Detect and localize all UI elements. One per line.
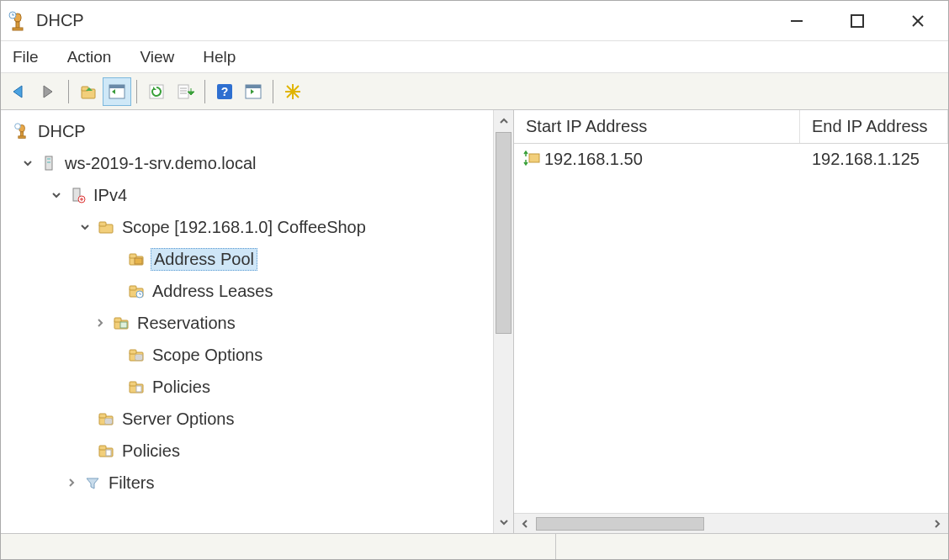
folder-icon — [97, 218, 115, 236]
list-pane: Start IP Address End IP Address — [514, 110, 948, 533]
tree-server-policies[interactable]: Policies — [6, 435, 493, 467]
tree-address-leases[interactable]: Address Leases — [6, 275, 493, 307]
chevron-right-icon[interactable] — [63, 474, 80, 491]
address-pool-icon — [127, 250, 146, 268]
tree-server[interactable]: ws-2019-1-srv.demo.local — [6, 147, 493, 179]
svg-rect-37 — [130, 254, 136, 258]
tree-vertical-scrollbar[interactable] — [493, 110, 513, 533]
server-icon — [40, 154, 58, 172]
window-title: DHCP — [36, 11, 766, 30]
svg-rect-51 — [130, 382, 136, 386]
tree-ipv4-label: IPv4 — [92, 184, 129, 207]
svg-rect-52 — [136, 386, 141, 392]
cell-end-ip-value: 192.168.1.125 — [812, 150, 920, 168]
menu-file[interactable]: File — [9, 45, 42, 70]
chevron-right-icon[interactable] — [92, 314, 109, 331]
tree-server-policies-label: Policies — [120, 440, 182, 462]
maximize-button[interactable] — [827, 1, 888, 41]
toolbar-separator — [273, 80, 273, 103]
tree[interactable]: DHCP ws-2019-1-srv.demo.local — [1, 110, 493, 533]
cell-start-ip-value: 192.168.1.50 — [544, 150, 643, 169]
content-area: DHCP ws-2019-1-srv.demo.local — [1, 110, 948, 534]
toolbar: ? — [1, 73, 948, 110]
svg-rect-13 — [178, 85, 188, 98]
spacer — [107, 283, 124, 299]
tree-scope-options[interactable]: Scope Options — [6, 339, 493, 371]
scope-options-icon — [127, 346, 146, 364]
svg-rect-54 — [99, 414, 106, 418]
svg-rect-47 — [135, 355, 142, 360]
svg-rect-31 — [47, 161, 50, 163]
svg-rect-46 — [130, 350, 136, 354]
scrollbar-thumb[interactable] — [536, 517, 704, 531]
svg-rect-59 — [99, 446, 106, 450]
ipv4-icon — [68, 186, 87, 204]
svg-rect-44 — [120, 322, 127, 328]
close-button[interactable] — [888, 1, 948, 41]
menu-help[interactable]: Help — [199, 45, 239, 70]
tree-root-dhcp[interactable]: DHCP — [6, 115, 493, 147]
tree-root-label: DHCP — [36, 120, 87, 143]
chevron-down-icon[interactable] — [48, 187, 65, 203]
tree-reservations[interactable]: Reservations — [6, 307, 493, 339]
titlebar: DHCP — [1, 1, 948, 41]
statusbar — [1, 534, 948, 559]
svg-rect-20 — [246, 85, 261, 88]
scrollbar-thumb[interactable] — [496, 132, 512, 334]
show-hide-action-pane-button[interactable] — [239, 77, 268, 106]
svg-rect-40 — [130, 286, 136, 290]
policies-icon — [97, 441, 115, 460]
menu-action[interactable]: Action — [64, 45, 115, 70]
column-end-ip[interactable]: End IP Address — [800, 110, 948, 143]
reservations-icon — [112, 314, 130, 332]
svg-rect-35 — [99, 222, 106, 226]
column-start-ip[interactable]: Start IP Address — [514, 110, 800, 143]
tree-scope-options-label: Scope Options — [151, 344, 264, 367]
spacer — [107, 346, 124, 363]
list-horizontal-scrollbar[interactable] — [514, 513, 948, 533]
list-row[interactable]: 192.168.1.50 192.168.1.125 — [514, 144, 948, 174]
scroll-left-icon[interactable] — [514, 519, 536, 529]
tree-ipv4[interactable]: IPv4 — [6, 179, 493, 211]
menubar: File Action View Help — [1, 41, 948, 73]
toolbar-separator — [68, 80, 69, 103]
show-hide-tree-button[interactable] — [103, 77, 131, 106]
tree-server-options[interactable]: Server Options — [6, 403, 493, 435]
tree-scope-policies[interactable]: Policies — [6, 371, 493, 403]
tree-scope-policies-label: Policies — [151, 376, 212, 399]
cell-end-ip: 192.168.1.125 — [800, 150, 948, 169]
minimize-button[interactable] — [766, 1, 827, 41]
svg-rect-61 — [529, 154, 539, 162]
address-leases-icon — [127, 282, 146, 300]
export-list-button[interactable] — [171, 77, 199, 106]
scrollbar-track[interactable] — [494, 334, 513, 511]
chevron-down-icon[interactable] — [77, 219, 93, 235]
menu-view[interactable]: View — [136, 45, 178, 70]
scroll-right-icon[interactable] — [926, 519, 948, 529]
scroll-down-icon[interactable] — [494, 511, 513, 533]
nav-forward-button[interactable] — [34, 77, 63, 106]
svg-rect-11 — [109, 85, 125, 88]
new-item-button[interactable] — [278, 77, 307, 106]
list-column-headers: Start IP Address End IP Address — [514, 110, 948, 144]
help-button[interactable]: ? — [210, 77, 239, 106]
svg-rect-60 — [106, 450, 111, 456]
tree-filters[interactable]: Filters — [6, 467, 493, 499]
scroll-up-icon[interactable] — [494, 110, 513, 132]
tree-pane: DHCP ws-2019-1-srv.demo.local — [1, 110, 514, 533]
refresh-button[interactable] — [142, 77, 171, 106]
dhcp-window: DHCP File Action View Help — [0, 0, 949, 560]
tree-server-options-label: Server Options — [120, 408, 236, 431]
server-options-icon — [97, 409, 115, 428]
nav-back-button[interactable] — [6, 77, 34, 106]
chevron-down-icon[interactable] — [19, 155, 36, 172]
svg-rect-5 — [851, 15, 863, 27]
svg-rect-27 — [19, 136, 25, 139]
svg-point-28 — [15, 124, 21, 129]
cell-start-ip: 192.168.1.50 — [514, 150, 800, 169]
tree-scope[interactable]: Scope [192.168.1.0] CoffeeShop — [6, 211, 493, 243]
up-level-button[interactable] — [74, 77, 103, 106]
scrollbar-track[interactable] — [536, 517, 926, 531]
tree-address-pool[interactable]: Address Pool — [6, 243, 493, 275]
svg-rect-2 — [13, 28, 23, 30]
